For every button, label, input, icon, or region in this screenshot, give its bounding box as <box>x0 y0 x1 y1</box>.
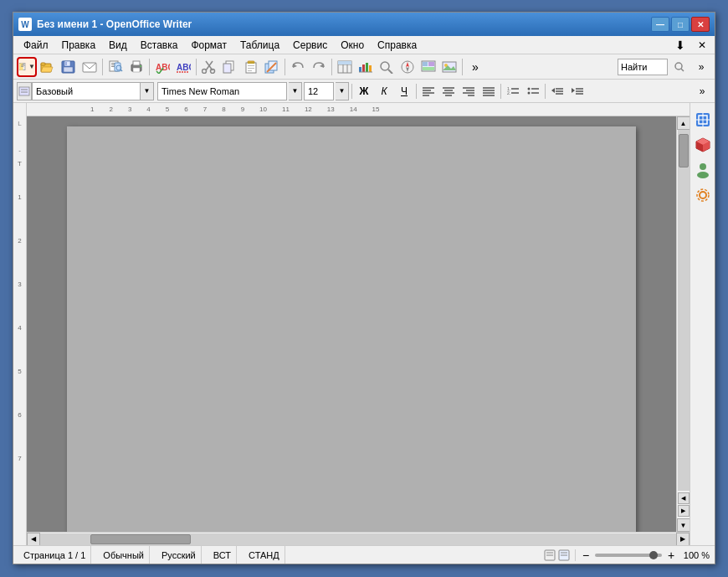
italic-button[interactable]: К <box>375 82 393 100</box>
cut-button[interactable] <box>199 57 219 77</box>
scroll-prev-page[interactable]: ◀ <box>678 492 690 504</box>
zoom-in-button[interactable]: + <box>664 549 678 562</box>
svg-point-115 <box>700 192 706 198</box>
toolbar-more-right[interactable]: » <box>691 57 711 77</box>
zoom-out-button[interactable]: − <box>579 549 592 562</box>
svg-rect-52 <box>362 64 365 72</box>
menu-edit[interactable]: Правка <box>55 38 103 53</box>
fmt-more-button[interactable]: » <box>693 82 711 100</box>
menu-window[interactable]: Окно <box>334 38 371 53</box>
menu-tools[interactable]: Сервис <box>286 38 334 53</box>
align-center-button[interactable] <box>439 82 458 100</box>
font-size-dropdown[interactable]: ▼ <box>336 82 349 100</box>
clone-button[interactable] <box>262 57 282 77</box>
find-button[interactable] <box>377 57 397 77</box>
chart-button[interactable] <box>356 57 376 77</box>
paste-button[interactable] <box>241 57 261 77</box>
svg-marker-42 <box>293 64 297 68</box>
close-button[interactable]: ✕ <box>691 17 710 32</box>
scroll-thumb[interactable] <box>679 134 689 167</box>
close-menu-icon[interactable]: ✕ <box>693 38 711 53</box>
redo-button[interactable] <box>309 57 329 77</box>
document-page[interactable] <box>67 126 636 532</box>
bold-button[interactable]: Ж <box>355 82 373 100</box>
email-button[interactable] <box>79 57 100 77</box>
more-button[interactable]: » <box>465 57 485 77</box>
find-input[interactable]: Найти <box>618 59 668 75</box>
vertical-scrollbar: ▲ ◀ ▶ ▼ <box>676 116 690 532</box>
new-doc-icon <box>18 60 28 74</box>
hscroll-track[interactable] <box>40 533 676 545</box>
align-right-button[interactable] <box>459 82 478 100</box>
ruler-mark-dash: - <box>18 147 21 154</box>
hscroll-thumb[interactable] <box>90 534 191 544</box>
zoom-slider[interactable] <box>595 554 662 557</box>
copy-icon <box>223 60 238 74</box>
scroll-up-button[interactable]: ▲ <box>677 116 690 130</box>
menu-view[interactable]: Вид <box>102 38 134 53</box>
scroll-down-button[interactable]: ▼ <box>677 518 690 532</box>
align-left-button[interactable] <box>419 82 438 100</box>
decrease-indent-button[interactable] <box>548 82 567 100</box>
scroll-track[interactable] <box>678 130 690 491</box>
print-preview-icon <box>108 60 123 74</box>
autocorrect-button[interactable]: ABC <box>173 57 193 77</box>
navigator-button[interactable] <box>397 57 418 77</box>
download-icon[interactable]: ⬇ <box>671 38 690 53</box>
fmt-separator-1 <box>351 84 352 99</box>
print-preview-button[interactable] <box>105 57 126 77</box>
print-button[interactable] <box>126 57 146 77</box>
paragraph-style-dropdown[interactable]: ▼ <box>141 82 154 100</box>
underline-button[interactable]: Ч <box>395 82 413 100</box>
menu-format[interactable]: Формат <box>184 38 233 53</box>
font-size-box[interactable]: 12 <box>304 82 334 100</box>
ruler-mark-7: 7 <box>18 456 21 462</box>
style-icon[interactable] <box>17 82 32 100</box>
justify-button[interactable] <box>479 82 498 100</box>
menu-table[interactable]: Таблица <box>233 38 286 53</box>
font-name-dropdown[interactable]: ▼ <box>289 82 302 100</box>
maximize-button[interactable]: □ <box>671 17 690 32</box>
image-button[interactable] <box>439 57 459 77</box>
menu-insert[interactable]: Вставка <box>134 38 185 53</box>
selection-mode[interactable]: СТАНД <box>244 546 285 564</box>
hscroll-right-button[interactable]: ▶ <box>676 533 690 546</box>
ruler-corner: L <box>18 120 21 127</box>
new-button[interactable]: ▼ <box>17 57 37 77</box>
ruler-mark-2: 2 <box>18 238 21 245</box>
scroll-next-page[interactable]: ▶ <box>678 505 690 517</box>
find-button-toolbar[interactable] <box>669 57 690 77</box>
main-area: L - T 1 2 3 4 5 6 7 12345 <box>13 103 715 545</box>
bullet-list-button[interactable] <box>524 82 542 100</box>
svg-point-29 <box>203 69 207 73</box>
table-button[interactable] <box>335 57 355 77</box>
menubar-right: ⬇ ✕ <box>671 38 711 53</box>
hscroll-left-button[interactable]: ◀ <box>27 533 40 546</box>
svg-rect-6 <box>41 63 45 65</box>
increase-indent-button[interactable] <box>568 82 587 100</box>
minimize-button[interactable]: — <box>651 17 669 32</box>
sidebar-icon-3[interactable] <box>693 160 713 180</box>
open-button[interactable] <box>38 57 58 77</box>
font-name-box[interactable]: Times New Roman <box>157 82 287 100</box>
svg-text:2.: 2. <box>507 90 510 95</box>
gallery-button[interactable] <box>418 57 438 77</box>
menu-file[interactable]: Файл <box>17 38 55 53</box>
insert-mode[interactable]: ВСТ <box>208 546 237 564</box>
document-page-area[interactable] <box>27 116 676 532</box>
svg-line-69 <box>681 69 684 71</box>
sidebar-icon-2[interactable] <box>693 135 713 155</box>
numbered-list-button[interactable]: 1. 2. <box>504 82 522 100</box>
sidebar-icon-4[interactable] <box>693 185 713 205</box>
undo-button[interactable] <box>288 57 308 77</box>
new-button-arrow[interactable]: ▼ <box>28 63 35 70</box>
svg-rect-64 <box>423 67 434 70</box>
style-status: Обычный <box>98 546 150 564</box>
menu-help[interactable]: Справка <box>371 38 423 53</box>
sidebar-icon-1[interactable] <box>693 110 713 130</box>
save-button[interactable] <box>59 57 79 77</box>
copy-button[interactable] <box>220 57 240 77</box>
spellcheck-button[interactable]: ABC <box>152 57 172 77</box>
paragraph-style-box[interactable]: Базовый <box>32 82 141 100</box>
svg-marker-43 <box>320 64 324 68</box>
